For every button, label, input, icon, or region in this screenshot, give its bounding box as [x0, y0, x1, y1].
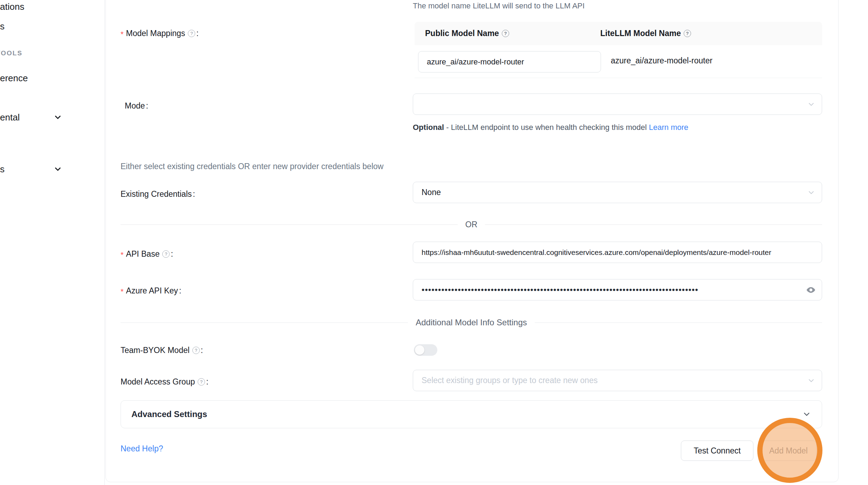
mode-select[interactable]	[413, 93, 822, 115]
public-model-name-input[interactable]: azure_ai/azure-model-router	[418, 51, 601, 72]
chevron-down-icon	[807, 100, 815, 109]
chevron-down-icon[interactable]	[53, 165, 62, 174]
help-icon[interactable]: ?	[502, 30, 509, 37]
column-header-public-model-name: Public Model Name ?	[415, 29, 600, 38]
required-asterisk: *	[121, 287, 124, 296]
api-base-input[interactable]: https://ishaa-mh6uutut-swedencentral.cog…	[413, 242, 822, 263]
help-icon[interactable]: ?	[192, 347, 200, 354]
azure-api-key-label: * Azure API Key :	[121, 285, 181, 296]
model-access-group-select[interactable]: Select existing groups or type to create…	[413, 370, 822, 391]
column-header-litellm-model-name: LiteLLM Model Name ?	[600, 29, 691, 38]
model-name-helper-text: The model name LiteLLM will send to the …	[413, 1, 585, 11]
sidebar-item-s1[interactable]: s	[0, 21, 5, 32]
model-mappings-label: * Model Mappings ? :	[121, 28, 199, 39]
team-byok-toggle[interactable]	[414, 344, 437, 356]
sidebar-section-tools: TOOLS	[0, 49, 22, 57]
learn-more-link[interactable]: Learn more	[649, 123, 689, 132]
advanced-settings-panel[interactable]: Advanced Settings	[121, 400, 822, 428]
additional-settings-divider: Additional Model Info Settings	[121, 318, 822, 327]
sidebar-item-ations[interactable]: ations	[0, 1, 24, 12]
existing-credentials-select[interactable]: None	[413, 182, 822, 203]
need-help-link[interactable]: Need Help?	[121, 444, 163, 453]
add-model-button[interactable]: Add Model	[760, 441, 816, 461]
azure-api-key-input[interactable]: ••••••••••••••••••••••••••••••••••••••••…	[413, 279, 822, 300]
help-icon[interactable]: ?	[162, 250, 170, 258]
chevron-down-icon	[807, 188, 815, 197]
team-byok-label: Team-BYOK Model ? :	[121, 345, 203, 355]
table-row-divider	[415, 78, 822, 78]
help-icon[interactable]: ?	[198, 378, 205, 386]
existing-credentials-label: Existing Credentials :	[121, 189, 195, 199]
help-icon[interactable]: ?	[188, 30, 195, 37]
toggle-knob	[415, 345, 424, 355]
mode-helper-text: Optional - LiteLLM endpoint to use when …	[413, 120, 695, 134]
mode-label: Mode :	[125, 101, 148, 111]
model-mappings-table-header: Public Model Name ? LiteLLM Model Name ?	[415, 22, 822, 45]
chevron-down-icon[interactable]	[53, 113, 62, 122]
sidebar: ations s TOOLS erence ental s	[0, 0, 105, 485]
credentials-note: Either select existing credentials OR en…	[121, 162, 383, 171]
sidebar-item-s2[interactable]: s	[0, 164, 5, 175]
api-base-label: * API Base ? :	[121, 249, 173, 259]
eye-icon[interactable]	[806, 285, 816, 295]
litellm-model-name-value: azure_ai/azure-model-router	[611, 56, 712, 65]
required-asterisk: *	[121, 30, 124, 39]
sidebar-item-erence[interactable]: erence	[0, 73, 28, 84]
or-divider: OR	[121, 220, 822, 229]
help-icon[interactable]: ?	[684, 30, 691, 37]
test-connect-button[interactable]: Test Connect	[681, 441, 753, 461]
required-asterisk: *	[121, 250, 124, 259]
chevron-down-icon	[802, 410, 811, 419]
chevron-down-icon	[807, 376, 815, 385]
model-access-group-label: Model Access Group ? :	[121, 376, 209, 387]
sidebar-item-ental[interactable]: ental	[0, 112, 20, 123]
